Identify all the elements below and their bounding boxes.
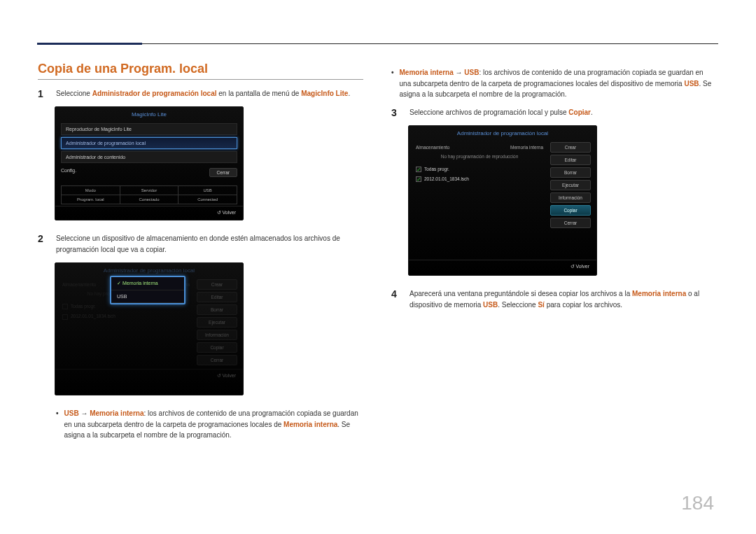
screenshot-schedule-list: Administrador de programación local Crea… <box>408 125 597 276</box>
btn-ejecutar[interactable]: Ejecutar <box>197 317 237 328</box>
status-value-row: Program. local Conectado Connected <box>61 195 237 204</box>
status-h: Servidor <box>120 186 179 195</box>
btn-informacion[interactable]: Información <box>550 192 591 203</box>
t: Copiar <box>568 108 591 116</box>
bullet-usb-to-internal: USB → Memoria interna: los archivos de c… <box>56 408 363 441</box>
menu-item-content-mgr[interactable]: Administrador de contenido <box>61 151 237 163</box>
back-bar[interactable]: Volver <box>409 260 596 274</box>
list-header: Almacenamiento Memoria interna <box>414 142 545 153</box>
menu-item-local-schedule-mgr[interactable]: Administrador de programación local <box>61 137 237 149</box>
screenshot-storage-select: Administrador de programación local Crea… <box>55 262 244 395</box>
step-text: Seleccione Administrador de programación… <box>56 88 350 99</box>
side-buttons: Crear Editar Borrar Ejecutar Información… <box>550 142 591 230</box>
bullet-internal-to-usb: Memoria interna → USB: los archivos de c… <box>391 67 717 100</box>
right-column: Memoria interna → USB: los archivos de c… <box>391 62 717 448</box>
shot-title: MagicInfo Lite <box>55 107 243 120</box>
step-2: 2 Seleccione un dispositivo de almacenam… <box>38 233 363 255</box>
t: Aparecerá una ventana preguntándole si d… <box>410 290 632 297</box>
back-bar[interactable]: Volver <box>55 369 243 383</box>
step-number: 1 <box>38 88 48 99</box>
step-4: 4 Aparecerá una ventana preguntándole si… <box>391 288 717 311</box>
step-number: 3 <box>391 107 401 118</box>
hdr: Almacenamiento <box>416 145 449 150</box>
btn-informacion[interactable]: Información <box>197 330 237 340</box>
step-3: 3 Seleccione archivos de programación lo… <box>391 107 717 118</box>
step-text: Aparecerá una ventana preguntándole si d… <box>410 288 717 311</box>
t: Memoria interna <box>400 69 454 76</box>
status-header-row: Modo Servidor USB <box>61 185 237 195</box>
t: Seleccione <box>56 90 92 97</box>
t: → <box>454 69 465 76</box>
back-label: Volver <box>223 373 236 378</box>
list-item[interactable]: 2012.01.01_1834.lsch <box>414 174 545 184</box>
btn-borrar[interactable]: Borrar <box>197 304 237 315</box>
left-column: Copia de una Program. local 1 Seleccione… <box>38 62 363 448</box>
back-label: Volver <box>223 210 236 215</box>
step-text: Seleccione un dispositivo de almacenamie… <box>56 233 363 255</box>
btn-copiar[interactable]: Copiar <box>550 205 591 216</box>
t: 2012.01.01_1834.lsch <box>71 314 115 318</box>
status-v: Program. local <box>62 195 120 204</box>
list-sub: No hay programación de reproducción <box>414 153 545 164</box>
t: USB <box>684 80 699 87</box>
popup-option-usb[interactable]: USB <box>111 290 184 303</box>
shot-title: Administrador de programación local <box>55 263 243 276</box>
side-buttons: Crear Editar Borrar Ejecutar Información… <box>197 279 237 367</box>
menu-item-player[interactable]: Reproductor de MagicInfo Lite <box>61 123 237 135</box>
list-item[interactable]: Todas progr. <box>414 164 545 174</box>
hdr: Memoria interna <box>510 145 543 150</box>
t: Memoria interna <box>632 290 686 297</box>
t: MagicInfo Lite <box>301 90 348 97</box>
t: . <box>348 90 350 97</box>
t: USB <box>483 301 498 309</box>
checkbox-icon <box>416 167 421 172</box>
t: Todas progr. <box>71 304 96 309</box>
btn-crear[interactable]: Crear <box>197 279 237 290</box>
status-h: Modo <box>62 186 120 195</box>
menu-item-config-row: Config. Cerrar <box>61 165 237 180</box>
t: 2012.01.01_1834.lsch <box>424 176 469 181</box>
popup-option-memoria-interna[interactable]: Memoria interna <box>111 277 184 290</box>
status-v: Conectado <box>120 195 179 204</box>
btn-cerrar[interactable]: Cerrar <box>550 218 591 228</box>
step-1: 1 Seleccione Administrador de programaci… <box>38 88 363 99</box>
btn-editar[interactable]: Editar <box>197 292 237 302</box>
back-bar[interactable]: Volver <box>55 206 243 220</box>
t: → <box>79 409 90 417</box>
section-title: Copia de una Program. local <box>38 62 363 80</box>
status-v: Connected <box>178 195 237 204</box>
btn-editar[interactable]: Editar <box>550 155 591 165</box>
back-label: Volver <box>576 264 589 269</box>
t: . <box>591 108 593 116</box>
page-number: 184 <box>681 492 714 514</box>
t: USB <box>464 69 479 76</box>
t: . Seleccione <box>498 301 538 309</box>
t: Memoria interna <box>90 409 144 417</box>
close-button[interactable]: Cerrar <box>209 168 237 177</box>
btn-cerrar[interactable]: Cerrar <box>197 355 237 365</box>
btn-ejecutar[interactable]: Ejecutar <box>550 180 591 190</box>
step-number: 2 <box>38 233 48 255</box>
step-text: Seleccione archivos de programación loca… <box>410 107 593 118</box>
top-accent <box>37 43 142 45</box>
t: Todas progr. <box>424 167 449 171</box>
t: para copiar los archivos. <box>545 301 622 309</box>
status-h: USB <box>178 186 237 195</box>
t: Seleccione archivos de programación loca… <box>410 108 568 116</box>
menu-item-config[interactable]: Config. <box>61 168 76 173</box>
btn-crear[interactable]: Crear <box>550 142 591 153</box>
hdr: Almacenamiento <box>62 282 96 287</box>
step-number: 4 <box>391 288 401 311</box>
t: Memoria interna <box>284 421 337 428</box>
list-item[interactable]: 2012.01.01_1834.lsch <box>61 311 191 321</box>
t: en la pantalla de menú de <box>217 90 302 97</box>
t: USB <box>64 409 79 417</box>
shot-title: Administrador de programación local <box>409 126 596 139</box>
btn-borrar[interactable]: Borrar <box>550 167 591 178</box>
btn-copiar[interactable]: Copiar <box>197 342 237 353</box>
checkbox-icon <box>416 176 421 182</box>
t: Sí <box>538 301 544 309</box>
screenshot-magicinfo-menu: MagicInfo Lite Reproductor de MagicInfo … <box>55 106 244 220</box>
storage-popup: Memoria interna USB <box>110 276 186 304</box>
t: Administrador de programación local <box>92 90 217 97</box>
